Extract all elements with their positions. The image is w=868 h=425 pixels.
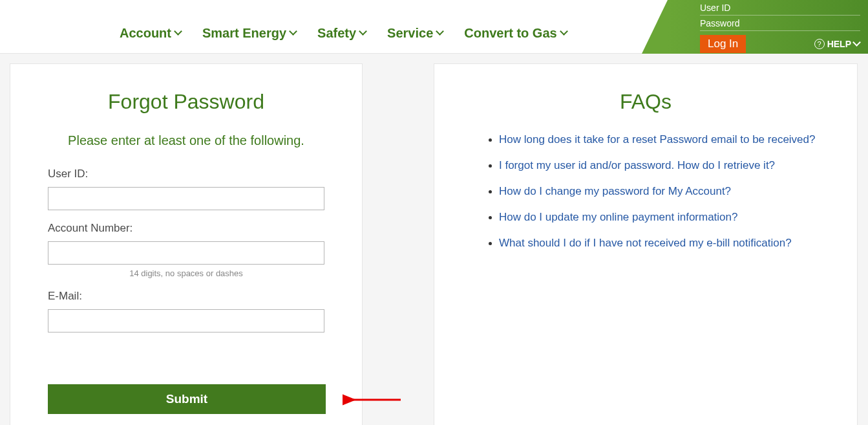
login-row: Log In ? HELP: [700, 35, 860, 53]
account-input[interactable]: [48, 241, 324, 265]
account-label: Account Number:: [48, 222, 324, 235]
login-button[interactable]: Log In: [700, 35, 746, 53]
account-group: Account Number: 14 digits, no spaces or …: [30, 222, 343, 278]
userid-label: User ID:: [48, 168, 324, 180]
login-panel: User ID Password Log In ? HELP: [668, 0, 868, 54]
nav-convert-to-gas[interactable]: Convert to Gas: [464, 26, 567, 41]
nav-label: Account: [120, 26, 171, 41]
chevron-down-icon: [561, 30, 567, 36]
faq-link[interactable]: What should I do if I have not received …: [499, 237, 792, 249]
userid-input[interactable]: [48, 187, 324, 210]
email-group: E-Mail:: [30, 290, 343, 332]
list-item: How long does it take for a reset Passwo…: [499, 133, 831, 146]
faq-link[interactable]: How do I update my online payment inform…: [499, 211, 737, 223]
help-label: HELP: [827, 39, 851, 49]
userid-group: User ID:: [30, 168, 343, 210]
main-nav: Account Smart Energy Safety Service Conv…: [120, 26, 567, 41]
chevron-down-icon: [175, 30, 182, 36]
list-item: What should I do if I have not received …: [499, 237, 831, 250]
nav-service[interactable]: Service: [387, 26, 443, 41]
faq-card: FAQs How long does it take for a reset P…: [434, 63, 858, 425]
account-hint: 14 digits, no spaces or dashes: [48, 268, 324, 278]
chevron-down-icon: [854, 41, 860, 47]
header: Account Smart Energy Safety Service Conv…: [0, 0, 868, 54]
nav-smart-energy[interactable]: Smart Energy: [202, 26, 297, 41]
forgot-password-card: Forgot Password Please enter at least on…: [10, 63, 363, 425]
nav-account[interactable]: Account: [120, 26, 182, 41]
help-link[interactable]: ? HELP: [814, 39, 860, 49]
submit-button[interactable]: Submit: [48, 384, 326, 414]
help-icon: ?: [814, 39, 825, 49]
list-item: How do I update my online payment inform…: [499, 211, 831, 224]
chevron-down-icon: [360, 30, 366, 36]
content: Forgot Password Please enter at least on…: [0, 54, 868, 425]
faq-title: FAQs: [460, 90, 831, 114]
userid-label: User ID: [700, 3, 860, 16]
list-item: How do I change my password for My Accou…: [499, 185, 831, 198]
nav-label: Safety: [317, 26, 356, 41]
email-input[interactable]: [48, 309, 324, 332]
forgot-title: Forgot Password: [30, 90, 343, 114]
email-label: E-Mail:: [48, 290, 324, 303]
password-label: Password: [700, 18, 860, 31]
nav-safety[interactable]: Safety: [317, 26, 366, 41]
forgot-subtitle: Please enter at least one of the followi…: [30, 133, 343, 148]
nav-label: Convert to Gas: [464, 26, 556, 41]
faq-link[interactable]: How do I change my password for My Accou…: [499, 185, 731, 197]
faq-list: How long does it take for a reset Passwo…: [460, 133, 831, 250]
faq-link[interactable]: How long does it take for a reset Passwo…: [499, 133, 815, 146]
list-item: I forgot my user id and/or password. How…: [499, 159, 831, 172]
faq-link[interactable]: I forgot my user id and/or password. How…: [499, 159, 775, 171]
chevron-down-icon: [437, 30, 443, 36]
nav-label: Smart Energy: [202, 26, 286, 41]
nav-label: Service: [387, 26, 433, 41]
chevron-down-icon: [290, 30, 297, 36]
